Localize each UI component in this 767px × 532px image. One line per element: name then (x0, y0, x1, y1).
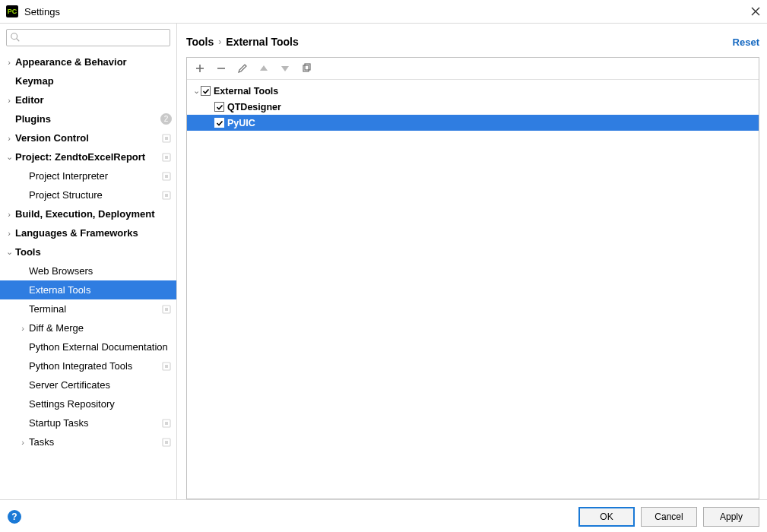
copy-icon (301, 63, 312, 74)
sidebar-item[interactable]: ⌄Tools (0, 242, 176, 261)
move-down-button[interactable] (278, 62, 292, 75)
sidebar-item[interactable]: Terminal (0, 299, 176, 318)
tools-tree: ⌄External ToolsQTDesignerPyUIC (187, 80, 759, 499)
expand-arrow-icon: › (18, 324, 27, 333)
minus-icon (216, 63, 227, 74)
sidebar-item[interactable]: External Tools (0, 280, 176, 299)
checkbox[interactable] (201, 86, 211, 96)
svg-point-2 (11, 33, 17, 40)
sidebar-item-label: Python External Documentation (29, 341, 172, 353)
sidebar-item-label: Diff & Merge (29, 322, 172, 334)
breadcrumb: Tools › External Tools (186, 36, 299, 48)
sidebar-item[interactable]: Project Interpreter (0, 166, 176, 185)
project-scope-icon (161, 190, 172, 201)
sidebar-item-label: Python Integrated Tools (29, 360, 158, 372)
sidebar-item-label: Tasks (29, 436, 158, 448)
help-button[interactable]: ? (8, 510, 21, 524)
search-icon (10, 32, 21, 43)
expand-arrow-icon: ⌄ (192, 86, 201, 96)
project-scope-icon (161, 152, 172, 163)
chevron-right-icon: › (218, 36, 221, 47)
edit-button[interactable] (236, 62, 249, 75)
pencil-icon (237, 63, 248, 74)
project-scope-icon (161, 437, 172, 448)
copy-button[interactable] (300, 62, 313, 75)
project-scope-icon (161, 133, 172, 144)
sidebar-item-label: Tools (15, 246, 172, 258)
tool-name-label: QTDesigner (227, 102, 281, 112)
search-input[interactable] (6, 29, 170, 46)
reset-link[interactable]: Reset (733, 36, 759, 48)
apply-button[interactable]: Apply (703, 507, 759, 527)
project-scope-icon (161, 304, 172, 315)
remove-button[interactable] (214, 62, 228, 75)
sidebar-item[interactable]: ›Diff & Merge (0, 318, 176, 337)
sidebar-item-label: Project Structure (29, 189, 158, 201)
sidebar-item[interactable]: Web Browsers (0, 261, 176, 280)
svg-rect-25 (303, 65, 309, 71)
svg-rect-11 (165, 194, 168, 197)
sidebar-item[interactable]: ›Editor (0, 90, 176, 109)
sidebar-item[interactable]: ⌄Project: ZendtoExcelReport (0, 147, 176, 166)
svg-rect-7 (165, 156, 168, 159)
expand-arrow-icon: › (5, 210, 14, 219)
expand-arrow-icon: › (5, 58, 14, 67)
sidebar-item[interactable]: ›Tasks (0, 432, 176, 451)
tool-name-label: External Tools (214, 86, 278, 97)
tool-tree-row[interactable]: QTDesigner (187, 99, 759, 115)
tool-tree-row[interactable]: ⌄External Tools (187, 83, 759, 99)
update-badge: 2 (160, 113, 172, 125)
sidebar-item-label: Server Certificates (29, 379, 172, 391)
sidebar-item-label: Plugins (15, 113, 157, 125)
svg-rect-15 (165, 365, 168, 368)
sidebar-item-label: Project: ZendtoExcelReport (15, 151, 158, 163)
sidebar-item[interactable]: Python External Documentation (0, 337, 176, 356)
breadcrumb-part: Tools (186, 36, 214, 48)
sidebar-item-label: Startup Tasks (29, 417, 158, 429)
sidebar-item-label: Build, Execution, Deployment (15, 208, 172, 220)
add-button[interactable] (193, 62, 207, 75)
sidebar-item-label: Editor (15, 94, 172, 106)
svg-rect-9 (165, 175, 168, 178)
move-up-button[interactable] (257, 62, 271, 75)
sidebar-item-label: Appearance & Behavior (15, 56, 172, 68)
sidebar-item[interactable]: Plugins2 (0, 109, 176, 128)
sidebar-item[interactable]: ›Version Control (0, 128, 176, 147)
expand-arrow-icon: ⌄ (5, 152, 14, 162)
sidebar-item-label: Languages & Frameworks (15, 227, 172, 239)
svg-marker-24 (281, 66, 289, 71)
project-scope-icon (161, 171, 172, 182)
checkbox[interactable] (214, 118, 224, 128)
sidebar-item-label: Project Interpreter (29, 170, 158, 182)
sidebar-item[interactable]: Startup Tasks (0, 413, 176, 432)
svg-rect-19 (165, 441, 168, 444)
svg-marker-23 (260, 65, 268, 71)
sidebar-item-label: Version Control (15, 132, 158, 144)
sidebar-item[interactable]: Server Certificates (0, 375, 176, 394)
sidebar: ›Appearance & BehaviorKeymap›EditorPlugi… (0, 24, 177, 499)
svg-rect-13 (165, 308, 168, 311)
window-title: Settings (24, 6, 60, 17)
sidebar-item[interactable]: Settings Repository (0, 394, 176, 413)
close-button[interactable] (750, 6, 761, 17)
sidebar-item[interactable]: ›Languages & Frameworks (0, 223, 176, 242)
tool-tree-row[interactable]: PyUIC (187, 115, 759, 131)
checkbox[interactable] (214, 102, 224, 112)
sidebar-item[interactable]: Python Integrated Tools (0, 356, 176, 375)
sidebar-item-label: Terminal (29, 303, 158, 315)
title-bar: PC Settings (0, 0, 767, 24)
triangle-down-icon (280, 63, 290, 74)
close-icon (750, 6, 761, 17)
sidebar-item[interactable]: Keymap (0, 71, 176, 90)
settings-tree: ›Appearance & BehaviorKeymap›EditorPlugi… (0, 49, 176, 499)
tool-name-label: PyUIC (227, 118, 255, 128)
cancel-button[interactable]: Cancel (641, 507, 697, 527)
plus-icon (195, 63, 205, 74)
sidebar-item[interactable]: ›Appearance & Behavior (0, 52, 176, 71)
expand-arrow-icon: › (18, 438, 27, 447)
ok-button[interactable]: OK (578, 507, 635, 527)
sidebar-item[interactable]: Project Structure (0, 185, 176, 204)
toolbar (187, 58, 759, 80)
project-scope-icon (161, 361, 172, 372)
sidebar-item[interactable]: ›Build, Execution, Deployment (0, 204, 176, 223)
